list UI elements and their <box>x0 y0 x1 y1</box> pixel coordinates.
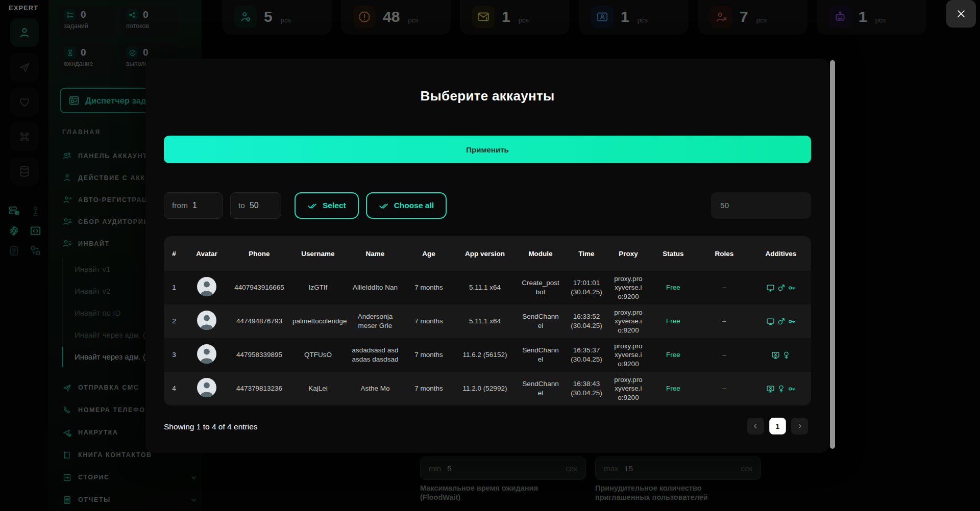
cell-additives <box>751 283 811 293</box>
key-icon <box>788 385 796 393</box>
double-check-icon <box>379 200 389 211</box>
cell-age: 7 months <box>404 282 454 293</box>
cell-phone: 447958339895 <box>229 349 289 361</box>
double-check-icon <box>307 200 317 211</box>
column-header: Status <box>649 250 698 258</box>
to-input-group: to <box>230 192 281 219</box>
mars-icon <box>777 284 786 292</box>
cell-roles: – <box>698 316 751 327</box>
from-input-group: from <box>164 192 223 219</box>
from-label: from <box>172 201 188 210</box>
cell-status: Free <box>649 316 698 327</box>
cell-num: 2 <box>164 316 184 327</box>
cell-age: 7 months <box>404 383 454 394</box>
cell-name: Asthe Mo <box>347 383 404 394</box>
cell-module: Create_postbot <box>516 277 565 297</box>
cell-num: 1 <box>164 282 184 293</box>
cell-proxy: proxy.proxyverse.io:9200 <box>608 307 649 336</box>
table-header-row: #AvatarPhoneUsernameNameAgeApp versionMo… <box>164 236 811 271</box>
venus-icon <box>782 351 791 360</box>
cell-app-version: 5.11.1 x64 <box>454 316 516 327</box>
limit-input[interactable] <box>720 201 802 210</box>
modal-title: Выберите аккаунты <box>145 88 829 104</box>
cell-app-version: 11.6.2 (56152) <box>454 349 516 361</box>
choose-all-label: Choose all <box>394 201 434 210</box>
choose-all-button[interactable]: Choose all <box>366 192 447 219</box>
select-label: Select <box>323 201 346 210</box>
current-page-button[interactable]: 1 <box>769 418 786 435</box>
apply-button[interactable]: Применить <box>164 136 811 163</box>
monitor-icon <box>766 317 775 326</box>
column-header: Time <box>565 250 608 258</box>
cell-app-version: 5.11.1 x64 <box>454 282 516 293</box>
from-input[interactable] <box>192 201 210 210</box>
cell-time: 17:01:01(30.04.25) <box>565 277 608 297</box>
column-header: Phone <box>229 250 289 258</box>
column-header: Proxy <box>608 250 649 258</box>
cell-name: asdadsasd asd asdas dasdsad <box>347 345 404 365</box>
column-header: Name <box>347 250 404 258</box>
cell-username: IzGTIf <box>289 282 347 293</box>
venus-icon <box>777 385 786 393</box>
column-header: Age <box>404 250 454 258</box>
cell-phone: 447494876793 <box>229 316 289 327</box>
monitor-icon <box>766 284 775 292</box>
cell-additives <box>751 316 811 327</box>
to-input[interactable] <box>250 201 267 210</box>
cell-avatar <box>184 343 229 367</box>
cell-avatar <box>184 276 229 300</box>
cell-app-version: 11.2.0 (52992) <box>454 383 516 394</box>
cell-roles: – <box>698 383 751 394</box>
cell-roles: – <box>698 282 751 293</box>
cell-avatar <box>184 310 229 334</box>
cell-username: palmettocoleridge <box>289 316 347 327</box>
column-header: Username <box>289 250 347 258</box>
limit-input-group <box>711 192 811 219</box>
cell-phone: 4407943916665 <box>229 282 289 293</box>
table-body: 14407943916665IzGTIfAllleIddIto Nan7 mon… <box>164 271 811 405</box>
cell-avatar <box>184 377 229 401</box>
column-header: Avatar <box>184 250 229 258</box>
table-row[interactable]: 4447379813236KajLeiAsthe Mo7 months11.2.… <box>164 372 811 405</box>
avatar <box>197 311 216 330</box>
cell-username: KajLei <box>289 383 347 394</box>
close-icon <box>956 9 966 19</box>
table-row[interactable]: 2447494876793palmettocoleridgeAndersonja… <box>164 304 811 338</box>
next-page-button[interactable] <box>791 418 808 435</box>
cell-module: SendChannel <box>516 311 565 331</box>
cell-num: 3 <box>164 349 184 361</box>
key-icon <box>788 317 796 326</box>
cell-proxy: proxy.proxyverse.io:9200 <box>608 341 649 370</box>
table-row[interactable]: 3447958339895QTFUsOasdadsasd asd asdas d… <box>164 338 811 372</box>
chevron-left-icon <box>752 422 760 430</box>
cell-module: SendChannel <box>516 345 565 365</box>
monitor-x-icon <box>771 351 780 360</box>
modal-controls: from to Select Choose all <box>164 192 811 219</box>
select-accounts-modal: Выберите аккаунты Применить from to Sele… <box>145 59 829 453</box>
cell-module: SendChannel <box>516 378 565 398</box>
table-row[interactable]: 14407943916665IzGTIfAllleIddIto Nan7 mon… <box>164 271 811 304</box>
prev-page-button[interactable] <box>747 418 764 435</box>
avatar <box>197 378 216 397</box>
avatar <box>197 277 216 296</box>
app-screen: EXPERT 0заданий0потоков0ожидание0выполн.… <box>0 0 980 511</box>
cell-status: Free <box>649 383 698 394</box>
avatar <box>197 344 216 364</box>
cell-additives <box>751 350 811 361</box>
column-header: # <box>164 250 184 258</box>
accounts-table: #AvatarPhoneUsernameNameAgeApp versionMo… <box>164 236 811 405</box>
cell-age: 7 months <box>404 316 454 327</box>
modal-scrollbar[interactable] <box>830 60 835 449</box>
cell-phone: 447379813236 <box>229 383 289 394</box>
chevron-right-icon <box>796 422 803 430</box>
entries-summary: Showing 1 to 4 of 4 entries <box>164 422 258 431</box>
cell-username: QTFUsO <box>289 349 347 361</box>
cell-time: 16:33:52(30.04.25) <box>565 311 608 331</box>
close-button[interactable] <box>946 0 976 28</box>
mars-icon <box>777 317 786 326</box>
to-label: to <box>238 201 245 210</box>
column-header: Roles <box>698 250 751 258</box>
cell-roles: – <box>698 349 751 361</box>
select-button[interactable]: Select <box>295 192 359 219</box>
monitor-x-icon <box>766 385 775 393</box>
